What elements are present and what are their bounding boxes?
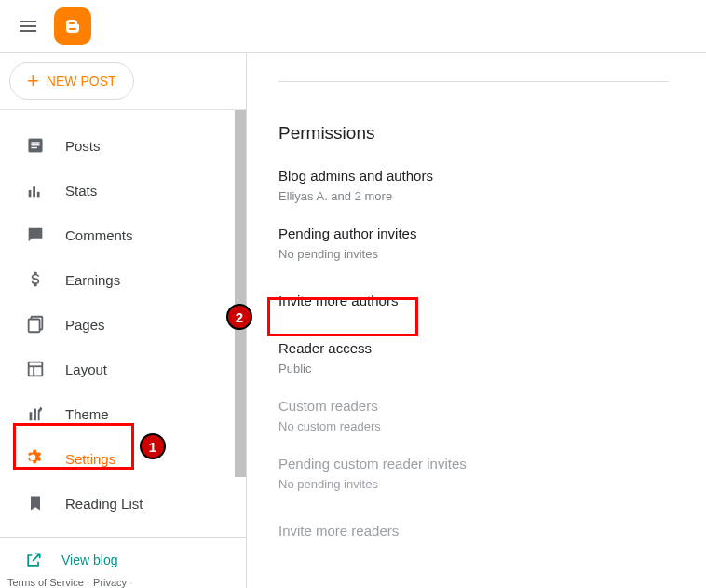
stats-icon bbox=[24, 179, 47, 201]
svg-rect-8 bbox=[29, 320, 40, 333]
new-post-label: NEW POST bbox=[47, 74, 116, 89]
annotation-badge-1: 1 bbox=[140, 433, 166, 459]
setting-value: Public bbox=[278, 362, 669, 376]
sidebar: + NEW POST Posts Stats Comments Earnings bbox=[0, 53, 247, 588]
svg-rect-5 bbox=[33, 186, 35, 197]
sidebar-item-label: Stats bbox=[65, 183, 97, 198]
pages-icon bbox=[24, 313, 47, 335]
setting-value: No custom readers bbox=[278, 419, 669, 433]
sidebar-item-label: Settings bbox=[65, 451, 115, 467]
view-blog-label: View blog bbox=[61, 553, 117, 567]
sidebar-item-settings[interactable]: Settings bbox=[0, 436, 246, 481]
sidebar-item-label: Pages bbox=[65, 317, 105, 333]
earnings-icon bbox=[24, 268, 47, 291]
new-post-button[interactable]: + NEW POST bbox=[9, 62, 134, 100]
main-content: Permissions Blog admins and authors Elli… bbox=[247, 53, 706, 588]
setting-value: No pending invites bbox=[278, 477, 669, 491]
svg-rect-4 bbox=[29, 190, 32, 197]
blogger-logo[interactable] bbox=[54, 7, 91, 45]
section-title: Permissions bbox=[278, 123, 669, 144]
setting-value: Elliyas A. and 2 more bbox=[278, 189, 669, 203]
footer-links: Terms of Service Privacy bbox=[0, 577, 246, 588]
sidebar-item-label: Theme bbox=[65, 406, 109, 422]
sidebar-item-stats[interactable]: Stats bbox=[0, 168, 246, 212]
sidebar-item-label: Posts bbox=[65, 138, 101, 154]
bookmark-icon bbox=[24, 492, 47, 514]
svg-rect-9 bbox=[29, 362, 43, 376]
setting-admins[interactable]: Blog admins and authors Elliyas A. and 2… bbox=[278, 168, 669, 203]
nav-list: Posts Stats Comments Earnings Pages Layo… bbox=[0, 110, 246, 537]
svg-rect-2 bbox=[31, 144, 39, 145]
divider bbox=[278, 81, 669, 82]
sidebar-item-posts[interactable]: Posts bbox=[0, 123, 246, 168]
terms-link[interactable]: Terms of Service bbox=[7, 577, 89, 588]
sidebar-item-label: Layout bbox=[65, 362, 107, 377]
setting-label: Pending author invites bbox=[278, 226, 669, 241]
posts-icon bbox=[24, 134, 47, 157]
menu-icon[interactable] bbox=[17, 15, 39, 37]
setting-invite-authors[interactable]: Invite more authors bbox=[278, 283, 669, 318]
sidebar-item-theme[interactable]: Theme bbox=[0, 391, 246, 436]
sidebar-item-comments[interactable]: Comments bbox=[0, 212, 246, 257]
sidebar-item-label: Comments bbox=[65, 227, 133, 243]
setting-reader-access[interactable]: Reader access Public bbox=[278, 340, 669, 376]
top-bar bbox=[0, 0, 706, 53]
plus-icon: + bbox=[27, 71, 39, 91]
setting-invite-readers: Invite more readers bbox=[278, 513, 669, 548]
gear-icon bbox=[24, 447, 47, 470]
layout-icon bbox=[24, 358, 47, 380]
setting-pending-authors[interactable]: Pending author invites No pending invite… bbox=[278, 226, 669, 261]
scrollbar-thumb[interactable] bbox=[235, 110, 246, 477]
view-blog-link[interactable]: View blog bbox=[0, 551, 246, 569]
setting-action[interactable]: Invite more authors bbox=[278, 283, 669, 318]
theme-icon bbox=[24, 403, 47, 425]
sidebar-item-reading-list[interactable]: Reading List bbox=[0, 481, 246, 526]
annotation-badge-2: 2 bbox=[226, 304, 252, 330]
sidebar-scrollbar[interactable] bbox=[235, 110, 246, 477]
setting-pending-readers: Pending custom reader invites No pending… bbox=[278, 456, 669, 491]
open-in-new-icon bbox=[24, 551, 43, 569]
setting-label: Blog admins and authors bbox=[278, 168, 669, 184]
setting-action: Invite more readers bbox=[278, 513, 669, 548]
sidebar-item-label: Earnings bbox=[65, 272, 120, 288]
setting-value: No pending invites bbox=[278, 247, 669, 261]
sidebar-item-earnings[interactable]: Earnings bbox=[0, 257, 246, 302]
sidebar-item-label: Reading List bbox=[65, 496, 143, 512]
svg-rect-3 bbox=[31, 147, 36, 148]
svg-rect-1 bbox=[31, 142, 39, 143]
setting-label: Pending custom reader invites bbox=[278, 456, 669, 472]
comments-icon bbox=[24, 224, 47, 246]
svg-rect-6 bbox=[37, 192, 40, 198]
setting-label: Custom readers bbox=[278, 398, 669, 414]
privacy-link[interactable]: Privacy bbox=[93, 577, 132, 588]
sidebar-item-pages[interactable]: Pages bbox=[0, 302, 246, 347]
setting-custom-readers: Custom readers No custom readers bbox=[278, 398, 669, 433]
sidebar-item-layout[interactable]: Layout bbox=[0, 347, 246, 391]
setting-label: Reader access bbox=[278, 340, 669, 356]
